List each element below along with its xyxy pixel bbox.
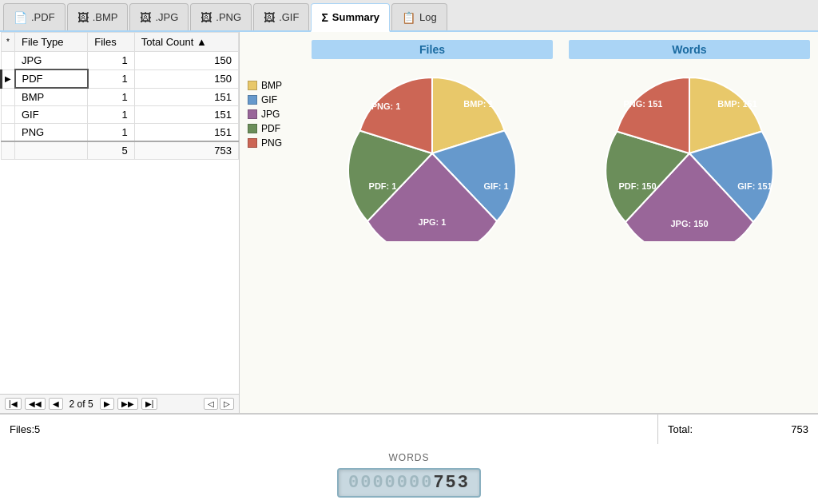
tab-pdf-label: .PDF	[31, 11, 55, 23]
pdf-icon: 📄	[14, 11, 27, 24]
files-status-value: 5	[34, 423, 40, 435]
tab-jpg-label: .JPG	[155, 11, 178, 23]
col-totalcount[interactable]: Total Count ▲	[134, 33, 238, 52]
prev-prev-button[interactable]: ◀◀	[25, 398, 46, 410]
legend-pdf: PDF	[248, 123, 312, 134]
tab-gif[interactable]: 🖼 .GIF	[253, 3, 309, 30]
legend-color-png	[248, 138, 257, 148]
legend-color-bmp	[248, 81, 257, 90]
legend-bmp: BMP	[248, 80, 312, 91]
tab-bar: 📄 .PDF 🖼 .BMP 🖼 .JPG 🖼 .PNG 🖼 .GIF Σ Sum…	[0, 0, 818, 32]
prev-button[interactable]: ◀	[49, 398, 63, 410]
left-panel: * File Type Files Total Count ▲ JPG 1 15…	[0, 32, 240, 413]
charts-container: Files BMP: 1 GIF: 1 JPG: 1	[312, 40, 810, 405]
words-chart-title: Words	[569, 40, 810, 59]
tab-jpg[interactable]: 🖼 .JPG	[129, 3, 189, 30]
row-indicator: ▶	[2, 69, 15, 88]
jpg-icon: 🖼	[140, 11, 151, 24]
chart-legend: BMP GIF JPG PDF	[248, 40, 312, 405]
cell-files: 1	[88, 52, 134, 70]
cell-filetype[interactable]: PDF	[15, 69, 88, 88]
tab-bmp[interactable]: 🖼 .BMP	[67, 3, 129, 30]
total-count: 753	[134, 141, 238, 160]
row-indicator	[2, 106, 15, 124]
cell-totalcount: 151	[134, 88, 238, 106]
total-files: 5	[88, 141, 134, 160]
right-panel: BMP GIF JPG PDF	[240, 32, 818, 413]
pagination: |◀ ◀◀ ◀ 2 of 5 ▶ ▶▶ ▶| ◁ ▷	[0, 394, 239, 413]
next-next-button[interactable]: ▶▶	[117, 398, 138, 410]
row-indicator	[2, 124, 15, 142]
svg-text:PDF: 150: PDF: 150	[618, 181, 656, 191]
cell-filetype[interactable]: JPG	[15, 52, 88, 70]
svg-text:PNG: 151: PNG: 151	[624, 99, 663, 109]
tab-png-label: .PNG	[216, 11, 241, 23]
tab-gif-label: .GIF	[279, 11, 299, 23]
words-pie-chart: BMP: 151 GIF: 151 JPG: 150 PDF: 150	[602, 65, 777, 241]
tab-png[interactable]: 🖼 .PNG	[190, 3, 252, 30]
svg-text:BMP: 1: BMP: 1	[463, 99, 493, 109]
svg-text:GIF: 1: GIF: 1	[483, 181, 508, 191]
svg-text:GIF: 151: GIF: 151	[737, 181, 772, 191]
row-indicator	[2, 52, 15, 70]
svg-text:PDF: 1: PDF: 1	[369, 181, 397, 191]
legend-png: PNG	[248, 137, 312, 149]
words-chart-section: Words BMP: 151 GIF: 151	[569, 40, 810, 405]
totals-row: 5 753	[2, 141, 239, 160]
legend-color-pdf	[248, 124, 257, 133]
files-status-label: Files:	[10, 423, 34, 435]
png-icon: 🖼	[201, 11, 212, 24]
tab-pdf[interactable]: 📄 .PDF	[3, 3, 66, 30]
cell-filetype[interactable]: BMP	[15, 88, 88, 106]
tab-bmp-label: .BMP	[93, 11, 118, 23]
cell-totalcount: 150	[134, 52, 238, 70]
legend-color-gif	[248, 95, 257, 105]
words-section: WORDS 0000000753	[0, 444, 818, 504]
total-status-label: Total:	[668, 423, 693, 435]
data-table: * File Type Files Total Count ▲ JPG 1 15…	[0, 32, 239, 394]
last-page-button[interactable]: ▶|	[141, 398, 158, 410]
top-section: * File Type Files Total Count ▲ JPG 1 15…	[0, 32, 818, 414]
svg-text:JPG: 1: JPG: 1	[419, 217, 447, 227]
legend-color-jpg	[248, 109, 257, 119]
log-icon: 📋	[402, 11, 415, 24]
lcd-value: 753	[433, 473, 470, 493]
total-status-value: 753	[791, 423, 808, 435]
tab-log[interactable]: 📋 Log	[391, 3, 447, 30]
status-right: Total: 753	[658, 415, 818, 444]
cell-files: 1	[88, 88, 134, 106]
tab-summary-label: Summary	[332, 11, 379, 23]
files-pie-chart: BMP: 1 GIF: 1 JPG: 1 PDF: 1	[344, 65, 520, 241]
col-indicator: *	[2, 33, 15, 52]
svg-text:JPG: 150: JPG: 150	[670, 219, 708, 228]
status-bar: Files: 5 Total: 753	[0, 414, 818, 444]
lcd-display: 0000000753	[337, 468, 481, 498]
svg-text:BMP: 151: BMP: 151	[717, 99, 757, 109]
lcd-dim-digits: 0000000	[348, 473, 433, 493]
first-page-button[interactable]: |◀	[5, 398, 22, 410]
legend-gif: GIF	[248, 94, 312, 105]
cell-filetype[interactable]: GIF	[15, 106, 88, 124]
tab-log-label: Log	[419, 11, 437, 23]
scroll-left-button[interactable]: ◁	[204, 398, 218, 410]
cell-totalcount: 151	[134, 106, 238, 124]
cell-files: 1	[88, 69, 134, 88]
row-indicator	[2, 88, 15, 106]
tab-summary[interactable]: Σ Summary	[311, 3, 390, 32]
files-chart-title: Files	[312, 40, 553, 59]
next-button[interactable]: ▶	[100, 398, 114, 410]
svg-text:PNG: 1: PNG: 1	[371, 101, 401, 111]
cell-filetype[interactable]: PNG	[15, 124, 88, 142]
files-chart-section: Files BMP: 1 GIF: 1 JPG: 1	[312, 40, 553, 405]
scroll-buttons: ◁ ▷	[204, 398, 234, 410]
bmp-icon: 🖼	[77, 11, 89, 24]
scroll-right-button[interactable]: ▷	[220, 398, 234, 410]
sigma-icon: Σ	[321, 11, 328, 24]
file-table: * File Type Files Total Count ▲ JPG 1 15…	[0, 32, 239, 160]
words-label: WORDS	[389, 452, 430, 463]
main-content: * File Type Files Total Count ▲ JPG 1 15…	[0, 32, 818, 504]
col-files[interactable]: Files	[88, 33, 134, 52]
cell-totalcount: 151	[134, 124, 238, 142]
col-filetype[interactable]: File Type	[15, 33, 88, 52]
legend-jpg: JPG	[248, 109, 312, 120]
